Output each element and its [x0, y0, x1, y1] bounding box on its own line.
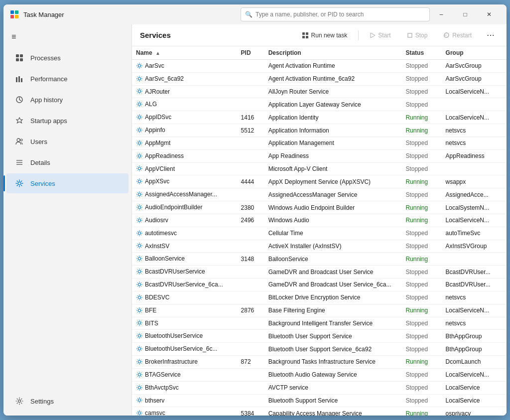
cell-name: AppReadiness	[132, 149, 237, 162]
minimize-button[interactable]: –	[430, 6, 453, 22]
cell-name: AJRouter	[132, 85, 237, 98]
col-header-name[interactable]: Name ▲	[132, 46, 237, 60]
cell-description: GameDVR and Broadcast User Service	[264, 266, 402, 279]
sidebar-label-app-history: App history	[30, 96, 63, 104]
table-row[interactable]: BrokerInfrastructure 872 Background Task…	[132, 356, 507, 369]
table-row[interactable]: AudioEndpointBuilder 2380 Windows Audio …	[132, 201, 507, 214]
restart-button[interactable]: Restart	[438, 30, 477, 41]
sidebar-item-services[interactable]: Services	[6, 173, 128, 193]
svg-point-43	[138, 296, 141, 298]
table-row[interactable]: BthAvctpSvc AVCTP service Stopped LocalS…	[132, 381, 507, 394]
table-row[interactable]: Audiosrv 2496 Windows Audio Running Loca…	[132, 214, 507, 227]
cell-pid	[237, 98, 264, 111]
cell-name: AarSvc_6ca92	[132, 72, 237, 85]
cell-group: LocalServiceN...	[442, 368, 507, 381]
search-icon: 🔍	[245, 11, 253, 18]
col-header-pid[interactable]: PID	[237, 46, 264, 60]
cell-description: Background Tasks Infrastructure Service	[264, 356, 402, 369]
svg-rect-1	[15, 10, 18, 14]
svg-marker-23	[371, 33, 375, 38]
cell-status: Running	[401, 201, 441, 214]
cell-description: Application Layer Gateway Service	[264, 98, 402, 111]
table-row[interactable]: BcastDVRUserService GameDVR and Broadcas…	[132, 266, 507, 279]
cell-status: Running	[401, 253, 441, 266]
more-options-button[interactable]: ⋯	[483, 28, 499, 42]
sidebar-label-services: Services	[30, 180, 55, 187]
cell-name: AudioEndpointBuilder	[132, 201, 237, 214]
sidebar-item-users[interactable]: Users	[6, 132, 128, 151]
table-row[interactable]: AxInstSV ActiveX Installer (AxInstSV) St…	[132, 240, 507, 253]
cell-group: BcastDVRUser...	[442, 266, 507, 279]
hamburger-button[interactable]: ≡	[3, 28, 131, 45]
start-icon	[370, 32, 376, 38]
search-bar[interactable]: 🔍	[241, 7, 430, 21]
search-input[interactable]	[255, 11, 425, 18]
cell-status: Stopped	[401, 368, 441, 381]
services-table-container[interactable]: Name ▲ PID Description Status Group AarS…	[132, 46, 507, 416]
col-header-description[interactable]: Description	[264, 46, 402, 60]
cell-pid	[237, 317, 264, 330]
cell-group	[442, 253, 507, 266]
table-row[interactable]: BFE 2876 Base Filtering Engine Running L…	[132, 304, 507, 317]
run-new-task-button[interactable]: Run new task	[297, 30, 353, 41]
table-row[interactable]: Appinfo 5512 Application Information Run…	[132, 124, 507, 137]
sidebar-item-settings[interactable]: Settings	[6, 391, 128, 411]
svg-rect-22	[306, 36, 308, 38]
maximize-button[interactable]: □	[454, 6, 477, 22]
svg-rect-5	[20, 54, 23, 57]
cell-pid	[237, 162, 264, 175]
table-row[interactable]: ALG Application Layer Gateway Service St…	[132, 98, 507, 111]
sidebar-label-details: Details	[30, 159, 50, 166]
col-header-group[interactable]: Group	[442, 46, 507, 60]
table-row[interactable]: BcastDVRUserService_6ca... GameDVR and B…	[132, 279, 507, 291]
cell-description: ActiveX Installer (AxInstSV)	[264, 240, 402, 253]
cell-description: AssignedAccessManager Service	[264, 188, 402, 201]
table-row[interactable]: AppMgmt Application Management Stopped n…	[132, 137, 507, 149]
cell-name: BalloonService	[132, 253, 237, 266]
col-header-status[interactable]: Status	[401, 46, 441, 60]
svg-rect-21	[302, 36, 305, 38]
table-row[interactable]: BluetoothUserService_6c... Bluetooth Use…	[132, 343, 507, 356]
cell-description: App Readiness	[264, 149, 402, 162]
table-row[interactable]: bthserv Bluetooth Support Service Stoppe…	[132, 394, 507, 407]
cell-pid: 3148	[237, 253, 264, 266]
cell-status: Stopped	[401, 343, 441, 356]
cell-group: osprivacy	[442, 407, 507, 416]
cell-group: LocalService	[442, 381, 507, 394]
sidebar: ≡ Processes	[3, 24, 132, 416]
cell-description: Bluetooth Support Service	[264, 394, 402, 407]
cell-status: Stopped	[401, 72, 441, 85]
table-row[interactable]: BTAGService Bluetooth Audio Gateway Serv…	[132, 368, 507, 381]
table-row[interactable]: AJRouter AllJoyn Router Service Stopped …	[132, 85, 507, 98]
table-row[interactable]: BITS Background Intelligent Transfer Ser…	[132, 317, 507, 330]
cell-pid	[237, 394, 264, 407]
table-row[interactable]: AppReadiness App Readiness Stopped AppRe…	[132, 149, 507, 162]
close-button[interactable]: ✕	[478, 6, 501, 22]
table-row[interactable]: BDESVC BitLocker Drive Encryption Servic…	[132, 291, 507, 304]
table-row[interactable]: BalloonService 3148 BalloonService Runni…	[132, 253, 507, 266]
cell-group: netsvcs	[442, 291, 507, 304]
cell-status: Stopped	[401, 279, 441, 291]
content-area: ≡ Processes	[3, 24, 507, 416]
table-row[interactable]: AssignedAccessManager... AssignedAccessM…	[132, 188, 507, 201]
sidebar-item-performance[interactable]: Performance	[6, 69, 128, 89]
table-row[interactable]: BluetoothUserService Bluetooth User Supp…	[132, 330, 507, 343]
cell-group: LocalServiceN...	[442, 111, 507, 124]
cell-name: BITS	[132, 317, 237, 330]
svg-point-37	[138, 219, 141, 221]
table-row[interactable]: autotimesvc Cellular Time Stopped autoTi…	[132, 227, 507, 240]
table-row[interactable]: AarSvc_6ca92 Agent Activation Runtime_6c…	[132, 72, 507, 85]
cell-name: autotimesvc	[132, 227, 237, 240]
sidebar-item-processes[interactable]: Processes	[6, 48, 128, 68]
sidebar-item-startup-apps[interactable]: Startup apps	[6, 111, 128, 131]
stop-button[interactable]: Stop	[402, 30, 433, 41]
table-row[interactable]: AppXSvc 4444 AppX Deployment Service (Ap…	[132, 175, 507, 188]
sidebar-item-details[interactable]: Details	[6, 152, 128, 172]
table-row[interactable]: camsvc 5384 Capability Access Manager Se…	[132, 407, 507, 416]
sidebar-item-app-history[interactable]: App history	[6, 90, 128, 110]
cell-pid: 1416	[237, 111, 264, 124]
table-row[interactable]: AppIDSvc 1416 Application Identity Runni…	[132, 111, 507, 124]
table-row[interactable]: AarSvc Agent Activation Runtime Stopped …	[132, 60, 507, 73]
start-button[interactable]: Start	[365, 30, 395, 41]
table-row[interactable]: AppVClient Microsoft App-V Client Stoppe…	[132, 162, 507, 175]
